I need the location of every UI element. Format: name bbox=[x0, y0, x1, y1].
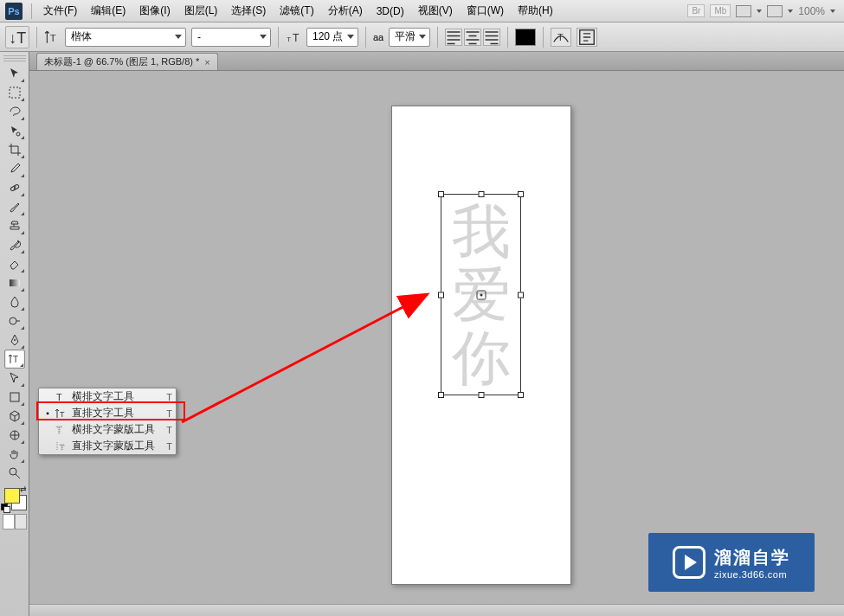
menu-divider bbox=[31, 3, 32, 19]
gradient-tool[interactable] bbox=[4, 273, 25, 292]
standard-mode-button[interactable] bbox=[3, 514, 15, 529]
resize-handle[interactable] bbox=[438, 392, 444, 398]
history-brush-tool[interactable] bbox=[4, 235, 25, 254]
shape-tool[interactable] bbox=[4, 388, 25, 407]
minibridge-button[interactable]: Mb bbox=[710, 4, 731, 17]
menu-help[interactable]: 帮助(H) bbox=[512, 1, 559, 21]
resize-handle[interactable] bbox=[518, 292, 524, 298]
character-panel-button[interactable] bbox=[577, 28, 597, 47]
zoom-level-display[interactable]: 100% bbox=[798, 5, 825, 17]
foreground-color-swatch[interactable] bbox=[4, 488, 20, 504]
zoom-tool[interactable] bbox=[4, 464, 25, 483]
text-orientation-button[interactable]: T bbox=[44, 29, 60, 45]
marquee-tool[interactable] bbox=[4, 83, 25, 102]
text-bounding-box[interactable]: 我 爱 你 bbox=[441, 194, 521, 395]
swap-colors-icon[interactable]: ⇄ bbox=[20, 484, 29, 493]
font-size-icon: TT bbox=[286, 29, 301, 45]
svg-point-16 bbox=[10, 468, 16, 475]
svg-text:T: T bbox=[557, 32, 564, 42]
canvas-scrollbar-horizontal[interactable] bbox=[29, 604, 844, 616]
hand-tool[interactable] bbox=[4, 445, 25, 464]
align-top-button[interactable] bbox=[445, 29, 462, 46]
menu-analysis[interactable]: 分析(A) bbox=[322, 1, 369, 21]
move-tool[interactable] bbox=[4, 64, 25, 83]
vertical-mask-text-icon: T bbox=[53, 440, 68, 453]
crop-tool[interactable] bbox=[4, 140, 25, 159]
resize-handle[interactable] bbox=[438, 191, 444, 197]
menu-file[interactable]: 文件(F) bbox=[37, 1, 83, 21]
text-tool-flyout: T 横排文字工具 T ▪ T 直排文字工具 T T 横排文字蒙版工具 T T 直… bbox=[38, 388, 177, 455]
resize-handle[interactable] bbox=[438, 292, 444, 298]
svg-text:T: T bbox=[60, 443, 65, 452]
document-tab-title: 未标题-1 @ 66.7% (图层 1, RGB/8) * bbox=[44, 55, 199, 68]
menu-3d[interactable]: 3D(D) bbox=[370, 3, 410, 20]
font-size-value: 120 点 bbox=[312, 29, 343, 44]
anti-alias-combo[interactable]: 平滑 bbox=[389, 28, 430, 47]
font-family-value: 楷体 bbox=[71, 29, 92, 44]
quickmask-mode-button[interactable] bbox=[15, 514, 27, 529]
eyedropper-tool[interactable] bbox=[4, 159, 25, 178]
document-canvas[interactable]: 我 爱 你 bbox=[391, 106, 571, 585]
resize-handle[interactable] bbox=[478, 191, 484, 197]
menu-layer[interactable]: 图层(L) bbox=[178, 1, 224, 21]
menu-view[interactable]: 视图(V) bbox=[412, 1, 459, 21]
text-color-swatch[interactable] bbox=[515, 29, 536, 46]
svg-text:T: T bbox=[293, 31, 300, 43]
horizontal-mask-text-icon: T bbox=[53, 423, 68, 437]
flyout-item-horizontal-mask[interactable]: T 横排文字蒙版工具 T bbox=[39, 421, 176, 438]
resize-handle[interactable] bbox=[518, 392, 524, 398]
pen-tool[interactable] bbox=[4, 330, 25, 350]
quick-selection-tool[interactable] bbox=[4, 121, 25, 140]
close-tab-icon[interactable]: × bbox=[204, 57, 209, 67]
menu-window[interactable]: 窗口(W) bbox=[461, 1, 510, 21]
svg-rect-14 bbox=[10, 393, 19, 401]
font-style-combo[interactable]: - bbox=[191, 28, 271, 47]
3d-object-tool[interactable] bbox=[4, 407, 25, 426]
font-size-combo[interactable]: 120 点 bbox=[306, 28, 358, 47]
text-tool[interactable]: T bbox=[4, 350, 25, 369]
healing-brush-tool[interactable] bbox=[4, 178, 25, 197]
svg-point-12 bbox=[14, 339, 16, 341]
document-tabstrip: 未标题-1 @ 66.7% (图层 1, RGB/8) * × bbox=[29, 52, 844, 71]
default-colors-icon[interactable] bbox=[1, 504, 10, 512]
blur-tool[interactable] bbox=[4, 292, 25, 311]
lasso-tool[interactable] bbox=[4, 102, 25, 121]
app-logo: Ps bbox=[5, 3, 23, 20]
dodge-tool[interactable] bbox=[4, 311, 25, 330]
document-tab[interactable]: 未标题-1 @ 66.7% (图层 1, RGB/8) * × bbox=[36, 53, 218, 70]
resize-handle[interactable] bbox=[478, 392, 484, 398]
eraser-tool[interactable] bbox=[4, 254, 25, 273]
svg-text:T: T bbox=[13, 355, 18, 364]
brush-tool[interactable] bbox=[4, 197, 25, 216]
svg-text:T: T bbox=[56, 392, 62, 402]
svg-text:↓T: ↓T bbox=[9, 29, 26, 46]
menu-filter[interactable]: 滤镜(T) bbox=[274, 1, 319, 21]
clone-stamp-tool[interactable] bbox=[4, 216, 25, 235]
warp-text-button[interactable]: T bbox=[551, 28, 571, 47]
path-selection-tool[interactable] bbox=[4, 369, 25, 388]
options-bar: ↓T T 楷体 - TT 120 点 aa 平滑 T bbox=[0, 22, 844, 52]
align-bottom-button[interactable] bbox=[483, 29, 500, 46]
menu-bar: Ps 文件(F) 编辑(E) 图像(I) 图层(L) 选择(S) 滤镜(T) 分… bbox=[0, 0, 844, 22]
screen-mode-button[interactable] bbox=[767, 5, 783, 17]
align-center-button[interactable] bbox=[464, 29, 481, 46]
transform-center-icon[interactable] bbox=[476, 290, 486, 299]
flyout-item-vertical-mask[interactable]: T 直排文字蒙版工具 T bbox=[39, 438, 176, 454]
watermark-badge: 溜溜自学 zixue.3d66.com bbox=[648, 533, 815, 592]
3d-camera-tool[interactable] bbox=[4, 426, 25, 445]
font-family-combo[interactable]: 楷体 bbox=[65, 28, 186, 47]
watermark-title: 溜溜自学 bbox=[714, 546, 790, 569]
bridge-button[interactable]: Br bbox=[687, 4, 705, 17]
menu-select[interactable]: 选择(S) bbox=[225, 1, 272, 21]
toolbox-grip[interactable] bbox=[3, 55, 26, 62]
svg-rect-10 bbox=[10, 279, 20, 286]
svg-text:T: T bbox=[56, 425, 62, 435]
view-extras-button[interactable] bbox=[736, 5, 751, 17]
resize-handle[interactable] bbox=[518, 191, 524, 197]
anti-alias-label: aa bbox=[373, 32, 383, 42]
tool-preset-button[interactable]: ↓T bbox=[5, 26, 29, 48]
menu-edit[interactable]: 编辑(E) bbox=[85, 1, 132, 21]
menu-image[interactable]: 图像(I) bbox=[133, 1, 176, 21]
toolbox: T ⇄ bbox=[0, 52, 29, 616]
anti-alias-value: 平滑 bbox=[395, 29, 416, 44]
